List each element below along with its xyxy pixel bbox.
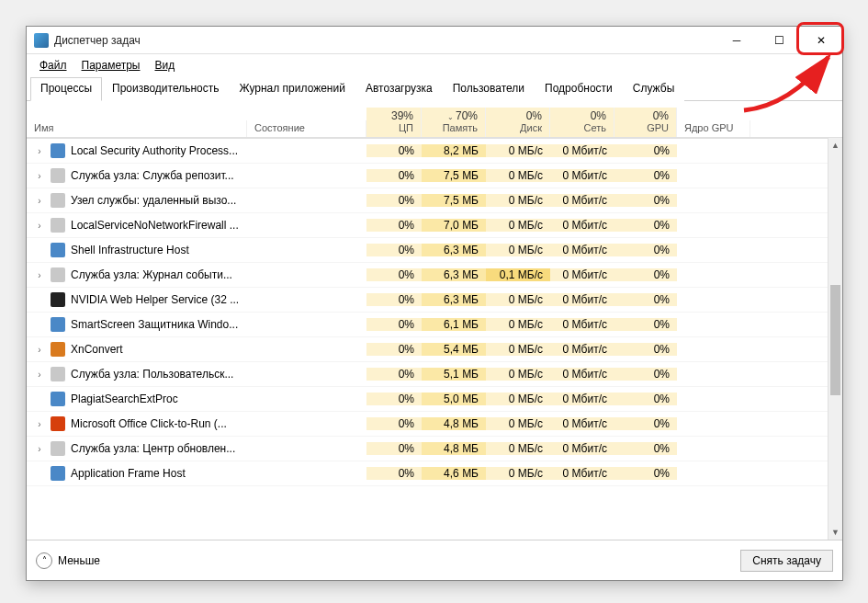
table-row[interactable]: ›Служба узла: Журнал событи...0%6,3 МБ0,… [27, 263, 842, 288]
scroll-up-button[interactable]: ▲ [829, 138, 842, 153]
tab-details[interactable]: Подробности [535, 77, 623, 101]
fewer-details-label: Меньше [58, 554, 100, 567]
tab-users[interactable]: Пользователи [443, 77, 535, 101]
table-row[interactable]: Shell Infrastructure Host0%6,3 МБ0 МБ/с0… [27, 238, 842, 263]
tab-performance[interactable]: Производительность [102, 77, 229, 101]
app-icon [34, 33, 49, 48]
scroll-thumb[interactable] [830, 285, 840, 395]
maximize-button[interactable]: ☐ [758, 27, 800, 53]
process-name: ›Служба узла: Центр обновлен... [27, 441, 247, 456]
expand-icon[interactable]: › [34, 444, 45, 454]
process-label: Application Frame Host [71, 467, 186, 480]
disk-value: 0 МБ/с [486, 393, 550, 405]
memory-value: 7,5 МБ [422, 169, 486, 182]
network-value: 0 Мбит/с [550, 244, 614, 256]
process-icon [51, 243, 65, 257]
cpu-value: 0% [366, 219, 422, 232]
network-value: 0 Мбит/с [550, 393, 614, 405]
col-memory[interactable]: ⌄70%Память [422, 108, 486, 137]
cpu-value: 0% [366, 169, 422, 182]
process-name: ›Local Security Authority Process... [27, 143, 247, 158]
process-name: ›Узел службы: удаленный вызо... [27, 193, 247, 208]
network-value: 0 Мбит/с [550, 219, 614, 232]
expand-icon[interactable]: › [34, 196, 45, 206]
col-network[interactable]: 0%Сеть [550, 108, 614, 137]
col-state[interactable]: Состояние [247, 120, 366, 137]
tab-apphistory[interactable]: Журнал приложений [230, 77, 355, 101]
fewer-details-button[interactable]: ˄ Меньше [36, 552, 100, 569]
menu-file[interactable]: Файл [34, 57, 73, 74]
table-row[interactable]: ›XnConvert0%5,4 МБ0 МБ/с0 Мбит/с0% [27, 337, 842, 362]
minimize-button[interactable]: ─ [716, 27, 758, 53]
expand-icon[interactable]: › [34, 221, 45, 231]
memory-value: 6,3 МБ [422, 268, 486, 281]
task-manager-window: Диспетчер задач ─ ☐ ✕ Файл Параметры Вид… [26, 26, 843, 581]
col-gpucore[interactable]: Ядро GPU [677, 120, 750, 137]
table-row[interactable]: ›Служба узла: Служба репозит...0%7,5 МБ0… [27, 164, 842, 188]
process-name: Shell Infrastructure Host [27, 243, 247, 257]
cpu-value: 0% [366, 194, 422, 207]
memory-value: 5,4 МБ [422, 343, 486, 356]
end-task-button[interactable]: Снять задачу [740, 550, 833, 572]
cpu-value: 0% [366, 442, 422, 455]
window-title: Диспетчер задач [54, 34, 716, 47]
table-row[interactable]: ›Local Security Authority Process...0%8,… [27, 139, 842, 164]
disk-value: 0 МБ/с [486, 219, 550, 232]
gpu-value: 0% [614, 244, 677, 256]
footer: ˄ Меньше Снять задачу [27, 540, 842, 580]
table-row[interactable]: SmartScreen Защитника Windo...0%6,1 МБ0 … [27, 313, 842, 337]
expand-icon[interactable]: › [34, 270, 45, 280]
window-buttons: ─ ☐ ✕ [716, 27, 842, 53]
cpu-value: 0% [366, 244, 422, 256]
menu-view[interactable]: Вид [149, 57, 180, 74]
chevron-up-icon: ˄ [36, 552, 52, 569]
memory-value: 7,5 МБ [422, 194, 486, 207]
expand-icon[interactable]: › [34, 370, 45, 380]
table-row[interactable]: Application Frame Host0%4,6 МБ0 МБ/с0 Мб… [27, 461, 842, 486]
expand-icon[interactable]: › [34, 146, 45, 156]
scroll-down-button[interactable]: ▼ [829, 525, 842, 540]
col-disk[interactable]: 0%Диск [486, 108, 550, 137]
process-name: ›Служба узла: Служба репозит... [27, 168, 247, 183]
cpu-value: 0% [366, 268, 422, 281]
network-value: 0 Мбит/с [550, 194, 614, 207]
expand-icon[interactable]: › [34, 171, 45, 181]
col-cpu[interactable]: 39%ЦП [366, 108, 422, 137]
col-gpu[interactable]: 0%GPU [614, 108, 677, 137]
network-value: 0 Мбит/с [550, 268, 614, 281]
process-icon [51, 392, 65, 406]
table-row[interactable]: ›LocalServiceNoNetworkFirewall ...0%7,0 … [27, 213, 842, 238]
close-button[interactable]: ✕ [800, 27, 842, 53]
sort-chevron-icon: ⌄ [447, 113, 454, 121]
table-row[interactable]: NVIDIA Web Helper Service (32 ...0%6,3 М… [27, 288, 842, 313]
gpu-value: 0% [614, 293, 677, 306]
tab-startup[interactable]: Автозагрузка [355, 77, 443, 101]
tab-services[interactable]: Службы [623, 77, 684, 101]
cpu-value: 0% [366, 368, 422, 381]
menu-options[interactable]: Параметры [76, 57, 146, 74]
table-row[interactable]: ›Microsoft Office Click-to-Run (...0%4,8… [27, 412, 842, 437]
process-icon [51, 317, 65, 332]
table-row[interactable]: ›Служба узла: Центр обновлен...0%4,8 МБ0… [27, 437, 842, 461]
expand-icon[interactable]: › [34, 345, 45, 355]
expand-icon[interactable]: › [34, 419, 45, 429]
gpu-value: 0% [614, 318, 677, 331]
process-label: LocalServiceNoNetworkFirewall ... [71, 219, 239, 232]
table-row[interactable]: ›Узел службы: удаленный вызо...0%7,5 МБ0… [27, 188, 842, 213]
table-row[interactable]: PlagiatSearchExtProc0%5,0 МБ0 МБ/с0 Мбит… [27, 387, 842, 412]
menubar: Файл Параметры Вид [27, 54, 842, 76]
scrollbar[interactable]: ▲ ▼ [828, 138, 842, 540]
gpu-value: 0% [614, 417, 677, 430]
memory-value: 8,2 МБ [422, 144, 486, 157]
tab-processes[interactable]: Процессы [30, 77, 102, 101]
table-row[interactable]: ›Служба узла: Пользовательск...0%5,1 МБ0… [27, 362, 842, 387]
process-icon [51, 441, 65, 456]
memory-value: 5,0 МБ [422, 393, 486, 405]
disk-value: 0 МБ/с [486, 343, 550, 356]
process-grid: Имя Состояние 39%ЦП ⌄70%Память 0%Диск 0%… [27, 101, 842, 540]
process-icon [51, 342, 65, 357]
process-label: Служба узла: Служба репозит... [71, 169, 234, 182]
col-name[interactable]: Имя [27, 120, 247, 137]
process-name: SmartScreen Защитника Windo... [27, 317, 247, 332]
memory-value: 6,3 МБ [422, 244, 486, 256]
